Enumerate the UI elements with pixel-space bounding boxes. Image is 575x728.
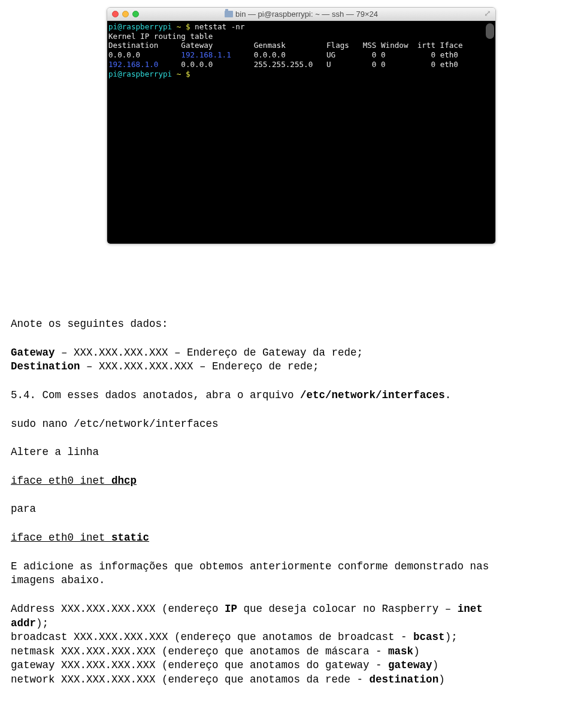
paragraph: Destination – XXX.XXX.XXX.XXX – Endereço… [11,360,489,374]
zoom-icon[interactable] [132,11,139,17]
code-line: sudo nano /etc/network/interfaces [11,417,489,432]
code-line: iface eth0 inet static [11,531,489,545]
prompt-user: pi@raspberrypi [108,69,172,78]
paragraph: 5.4. Com esses dados anotados, abra o ar… [11,389,489,403]
titlebar[interactable]: bin — pi@raspberrypi: ~ — ssh — 79×24 ⤢ [107,8,495,21]
window-title-text: bin — pi@raspberrypi: ~ — ssh — 79×24 [235,9,378,20]
paragraph: Gateway – XXX.XXX.XXX.XXX – Endereço de … [11,346,489,360]
prompt-sep: ~ $ [172,69,195,78]
prompt-user: pi@raspberrypi [108,22,172,31]
code-line: network XXX.XXX.XXX.XXX (endereço que an… [11,673,489,687]
window-title: bin — pi@raspberrypi: ~ — ssh — 79×24 [107,9,495,20]
scrollbar-thumb[interactable] [486,23,494,39]
paragraph: Altere a linha [11,445,489,460]
expand-icon[interactable]: ⤢ [484,10,492,18]
minimize-icon[interactable] [122,11,129,17]
close-icon[interactable] [112,11,119,17]
terminal-window: bin — pi@raspberrypi: ~ — ssh — 79×24 ⤢ … [107,7,496,244]
terminal-line: Kernel IP routing table [108,32,213,41]
code-line: broadcast XXX.XXX.XXX.XXX (endereço que … [11,630,489,645]
paragraph: imagens abaixo. [11,574,489,588]
terminal-command: netstat -nr [195,22,244,31]
paragraph: para [11,502,489,517]
table-row: 0.0.0.0 192.168.1.1 0.0.0.0 UG 0 0 0 eth… [108,50,458,59]
document-body: Anote os seguintes dados: Gateway – XXX.… [0,317,498,687]
code-line: gateway XXX.XXX.XXX.XXX (endereço que an… [11,659,489,673]
traffic-lights [107,11,139,17]
paragraph: Anote os seguintes dados: [11,317,489,332]
table-row: 192.168.1.0 0.0.0.0 255.255.255.0 U 0 0 … [108,60,458,69]
col-dest: Destination Gateway Genmask Flags MSS Wi… [108,41,463,50]
paragraph: E adicione as informações que obtemos an… [11,560,489,574]
terminal-body[interactable]: pi@raspberrypi ~ $ netstat -nr Kernel IP… [107,21,495,244]
code-line: netmask XXX.XXX.XXX.XXX (endereço que an… [11,645,489,659]
code-line: addr); [11,617,489,631]
code-line: iface eth0 inet dhcp [11,474,489,489]
code-line: Address XXX.XXX.XXX.XXX (endereço IP que… [11,602,489,617]
prompt-sep: ~ $ [172,22,195,31]
folder-icon [225,11,233,17]
